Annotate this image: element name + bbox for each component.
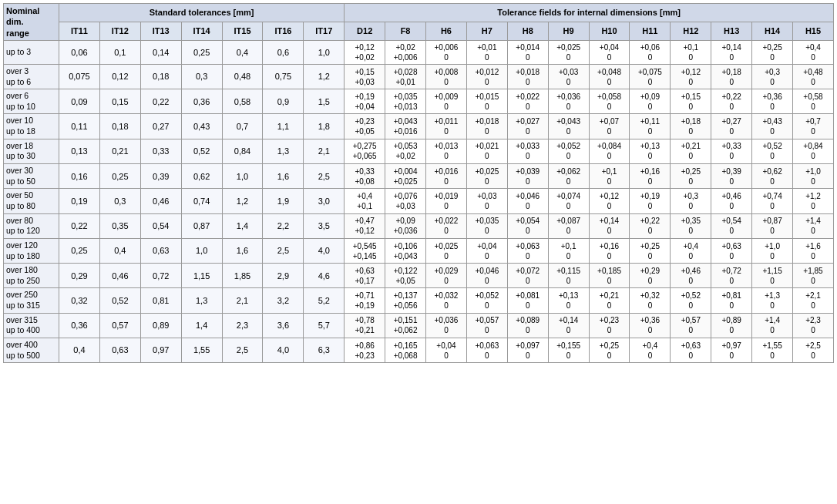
tol-lower: 0 <box>673 102 708 112</box>
tol-lower: 0 <box>551 251 587 261</box>
it-value: 2,2 <box>263 213 304 238</box>
dim-upto: up to 30 <box>6 151 56 162</box>
tol-value: +0,720 <box>711 264 752 288</box>
tol-value: +0,0580 <box>589 89 630 114</box>
tol-upper: +0,16 <box>632 166 667 176</box>
tol-upper: +0,4 <box>347 191 382 201</box>
it-value: 0,9 <box>263 89 304 114</box>
tol-upper: +0,27 <box>714 116 749 126</box>
tol-value: +0,630 <box>671 338 711 362</box>
tol-value: +0,0140 <box>507 40 548 64</box>
tol-upper: +0,01 <box>469 42 505 52</box>
tol-upper: +0,035 <box>388 92 423 102</box>
tol-upper: +0,097 <box>510 341 546 351</box>
header-tol-h7: H7 <box>466 22 507 40</box>
tol-upper: +0,36 <box>632 315 667 325</box>
tol-upper: +0,4 <box>673 241 708 251</box>
tol-lower: 0 <box>429 151 464 161</box>
tol-lower: 0 <box>469 77 505 87</box>
it-value: 0,89 <box>140 313 181 338</box>
it-value: 0,09 <box>59 89 100 114</box>
tol-value: +0,71+0,19 <box>345 288 385 313</box>
tol-upper: +0,115 <box>551 266 587 276</box>
tol-lower: 0 <box>714 351 749 361</box>
tol-value: +0,0120 <box>466 64 507 89</box>
tol-lower: +0,05 <box>388 276 423 286</box>
tol-upper: +0,04 <box>429 341 464 351</box>
tol-lower: 0 <box>429 251 464 261</box>
dim-over: over 250 <box>6 290 56 301</box>
tol-lower: 0 <box>551 351 587 361</box>
tol-lower: 0 <box>673 52 708 62</box>
tol-value: +2,50 <box>793 338 834 362</box>
dim-range-cell: over 400up to 500 <box>4 338 59 362</box>
tol-value: +0,620 <box>752 164 793 189</box>
it-value: 0,18 <box>99 114 140 139</box>
table-row: over 250up to 3150,320,520,811,32,13,25,… <box>4 288 834 313</box>
it-value: 0,33 <box>140 139 181 163</box>
tol-lower: 0 <box>510 176 546 186</box>
header-it-it13: IT13 <box>140 22 181 40</box>
tol-lower: 0 <box>714 201 749 211</box>
tol-lower: +0,19 <box>347 301 382 311</box>
tol-value: +0,0460 <box>507 189 548 213</box>
tol-lower: 0 <box>510 52 546 62</box>
tol-lower: 0 <box>469 52 505 62</box>
tol-value: +0,030 <box>548 64 589 89</box>
tol-upper: +1,15 <box>755 266 790 276</box>
tol-upper: +0,13 <box>632 141 667 151</box>
it-value: 0,81 <box>140 288 181 313</box>
tol-value: +0,040 <box>466 238 507 263</box>
header-it-it14: IT14 <box>181 22 222 40</box>
tol-lower: 0 <box>632 351 667 361</box>
tol-upper: +0,09 <box>632 92 667 102</box>
it-value: 0,87 <box>181 213 222 238</box>
tol-lower: 0 <box>551 325 587 335</box>
tol-value: +0,140 <box>711 40 752 64</box>
header-dim-line1: Nominal <box>6 5 56 16</box>
tol-upper: +0,58 <box>795 92 831 102</box>
tol-upper: +0,004 <box>388 166 423 176</box>
tol-upper: +0,151 <box>388 315 423 325</box>
it-value: 0,3 <box>181 64 222 89</box>
tol-lower: 0 <box>592 276 627 286</box>
tol-value: +0,250 <box>630 238 671 263</box>
tol-value: +0,0090 <box>426 89 467 114</box>
tol-upper: +0,16 <box>592 241 627 251</box>
it-value: 0,46 <box>140 189 181 213</box>
tol-upper: +0,048 <box>592 67 627 77</box>
tol-lower: 0 <box>714 226 749 236</box>
tol-lower: 0 <box>755 176 790 186</box>
tol-lower: 0 <box>795 201 831 211</box>
dim-over: over 180 <box>6 265 56 276</box>
tol-upper: +0,089 <box>510 315 546 325</box>
tol-lower: 0 <box>755 301 790 311</box>
tol-upper: +0,011 <box>429 116 464 126</box>
tol-lower: +0,036 <box>388 226 423 236</box>
dim-range-cell: up to 3 <box>4 40 59 64</box>
tol-upper: +0,35 <box>673 216 708 226</box>
tol-upper: +0,71 <box>347 291 382 301</box>
tol-lower: 0 <box>469 151 505 161</box>
tol-lower: 0 <box>429 126 464 136</box>
tol-upper: +0,04 <box>592 42 627 52</box>
tol-value: +0,430 <box>752 114 793 139</box>
tol-upper: +0,78 <box>347 315 382 325</box>
tol-lower: 0 <box>510 301 546 311</box>
tol-upper: +0,052 <box>551 141 587 151</box>
tol-value: +0,10 <box>589 164 630 189</box>
it-value: 0,18 <box>140 64 181 89</box>
dim-over: over 315 <box>6 315 56 326</box>
dim-upto: up to 180 <box>6 251 56 262</box>
tol-lower: 0 <box>551 276 587 286</box>
tol-upper: +0,032 <box>429 291 464 301</box>
tol-lower: 0 <box>551 226 587 236</box>
tol-lower: +0,21 <box>347 325 382 335</box>
tol-upper: +0,48 <box>795 67 831 77</box>
table-row: over 400up to 5000,40,630,971,552,54,06,… <box>4 338 834 362</box>
dim-range-cell: over 250up to 315 <box>4 288 59 313</box>
it-value: 2,1 <box>222 288 263 313</box>
tol-upper: +0,025 <box>469 166 505 176</box>
tol-value: +0,0840 <box>589 139 630 163</box>
tol-lower: 0 <box>714 251 749 261</box>
